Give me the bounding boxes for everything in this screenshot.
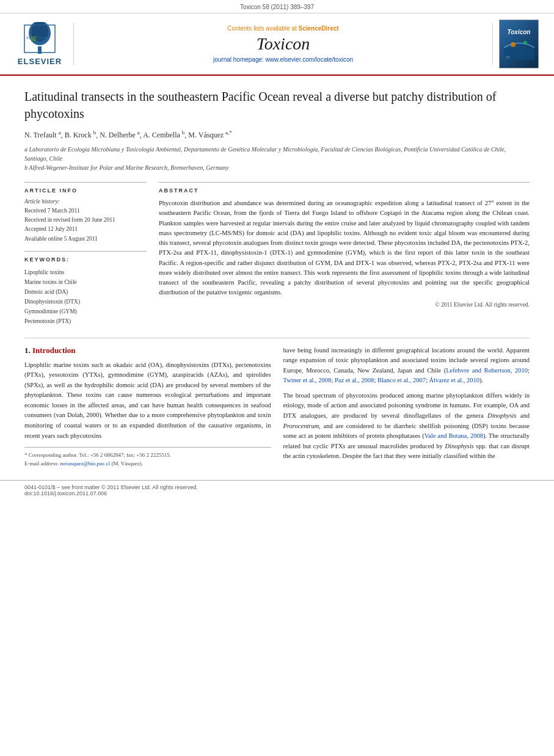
header-center: Contents lists available at ScienceDirec…	[73, 23, 493, 65]
article-title: Latitudinal transects in the southeaster…	[24, 88, 530, 122]
history-label: Article history:	[24, 198, 147, 205]
cover-image-graphic: GT	[504, 35, 534, 60]
article-info-section: ARTICLE INFO Article history: Received 7…	[24, 182, 147, 244]
article-authors: N. Trefault a, B. Krock b, N. Delherbe a…	[24, 129, 530, 140]
available-date: Available online 5 August 2011	[24, 234, 147, 244]
section1-title: 1. Introduction	[24, 346, 271, 355]
ref-paz: Paz et al., 2008	[335, 377, 374, 383]
keywords-heading: Keywords:	[24, 256, 147, 263]
svg-point-8	[523, 41, 527, 45]
ref-lefebvre: Lefebvre and Robertson, 2010	[446, 367, 528, 374]
keyword-marine: Marine toxins in Chile	[24, 277, 147, 287]
bottom-doi: doi:10.1016/j.toxicon.2011.07.006	[24, 490, 107, 496]
genus-dinophysis2: Dinophysis	[445, 443, 473, 449]
section1-para1: Lipophilic marine toxins such as okadaic…	[24, 360, 271, 442]
keyword-gym: Gymnodimine (GYM)	[24, 307, 147, 316]
abstract-heading: ABSTRACT	[159, 187, 530, 194]
elsevier-tree-icon: 🌿 ELSEVIER	[21, 22, 58, 56]
abstract-text: Phycotoxin distribution and abundance wa…	[159, 198, 530, 298]
article-info-abstract-row: ARTICLE INFO Article history: Received 7…	[24, 182, 530, 327]
affiliations: a Laboratorio de Ecología Microbiana y T…	[24, 145, 530, 172]
journal-ref-text: Toxicon 58 (2011) 389–397	[240, 4, 314, 10]
footnote-email: E-mail address: novasquez@bio.puc.cl (M.…	[24, 460, 271, 468]
toxicon-thumbnail: Toxicon GT	[499, 20, 542, 68]
revised-date: Received in revised form 20 June 2011	[24, 216, 147, 225]
footnote-email-link[interactable]: novasquez@bio.puc.cl	[60, 460, 110, 467]
genus-prorocentrum: Prorocentrum	[283, 423, 319, 429]
article-history: Article history: Received 7 March 2011 R…	[24, 198, 147, 244]
section1-para2: have being found increasingly in differe…	[283, 346, 530, 386]
svg-text:GT: GT	[506, 56, 510, 59]
section1-name: Introduction	[32, 346, 76, 355]
elsevier-label: ELSEVIER	[18, 57, 62, 66]
section1-para3: The broad spectrum of phycotoxins produc…	[283, 391, 530, 462]
bottom-issn: 0041-0101/$ – see front matter © 2011 El…	[24, 484, 198, 490]
journal-title: Toxicon	[86, 34, 480, 54]
journal-homepage: journal homepage: www.elsevier.com/locat…	[86, 56, 480, 63]
genus-dinophysis: Dinophysis	[487, 412, 516, 419]
footnote-corresponding: * Corresponding author. Tel.: +56 2 6862…	[24, 451, 271, 460]
ref-blanco: Blanco et al., 2007	[377, 377, 426, 383]
page-wrapper: Toxicon 58 (2011) 389–397 🌿 ELSEVIER ELS…	[0, 0, 554, 500]
ref-twiner: Twiner et al., 2008	[283, 377, 332, 383]
affiliation-a: a Laboratorio de Ecología Microbiana y T…	[24, 145, 530, 163]
sciencedirect-name: ScienceDirect	[299, 25, 339, 32]
elsevier-logo: 🌿 ELSEVIER ELSEVIER	[12, 22, 67, 66]
section1-number: 1.	[24, 346, 31, 355]
abstract-col: ABSTRACT Phycotoxin distribution and abu…	[159, 182, 530, 327]
keyword-da: Domoic acid (DA)	[24, 287, 147, 297]
toxicon-cover-image: Toxicon GT	[499, 20, 539, 68]
article-info-col: ARTICLE INFO Article history: Received 7…	[24, 182, 147, 327]
svg-text:ELSEVIER: ELSEVIER	[26, 35, 46, 40]
authors-text: N. Trefault a, B. Krock b, N. Delherbe a…	[24, 131, 232, 139]
toxicon-cover-title: Toxicon	[508, 29, 531, 35]
sciencedirect-link: Contents lists available at ScienceDirec…	[86, 25, 480, 32]
ref-alvarez: Álvarez et al., 2010	[429, 377, 480, 383]
copyright-line: © 2011 Elsevier Ltd. All rights reserved…	[159, 302, 530, 308]
svg-point-7	[511, 42, 516, 47]
bottom-bar: 0041-0101/$ – see front matter © 2011 El…	[0, 480, 554, 500]
journal-header: 🌿 ELSEVIER ELSEVIER Contents lists avail…	[0, 13, 554, 76]
keywords-section: Keywords: Lipophilic toxins Marine toxin…	[24, 251, 147, 327]
body-col-left: 1. Introduction Lipophilic marine toxins…	[24, 346, 271, 468]
article-content: Latitudinal transects in the southeaster…	[0, 76, 554, 480]
body-col-right: have being found increasingly in differe…	[283, 346, 530, 468]
keyword-lipophilic: Lipophilic toxins	[24, 267, 147, 277]
article-info-heading: ARTICLE INFO	[24, 187, 147, 194]
keyword-dtx: Dinophysistoxin (DTX)	[24, 297, 147, 307]
footnote-section: * Corresponding author. Tel.: +56 2 6862…	[24, 447, 271, 468]
ref-vale: Vale and Botana, 2008	[425, 432, 483, 439]
abstract-section: ABSTRACT Phycotoxin distribution and abu…	[159, 182, 530, 308]
received-date: Received 7 March 2011	[24, 206, 147, 216]
keyword-ptx: Pectenotoxin (PTX)	[24, 316, 147, 326]
body-two-col: 1. Introduction Lipophilic marine toxins…	[24, 346, 530, 468]
homepage-url: www.elsevier.com/locate/toxicon	[266, 56, 353, 63]
sciencedirect-label: Contents lists available at	[227, 25, 296, 32]
body-section: 1. Introduction Lipophilic marine toxins…	[24, 338, 530, 468]
affiliation-b: b Alfred-Wegener-Institute for Polar and…	[24, 163, 530, 172]
homepage-label: journal homepage:	[213, 56, 264, 63]
journal-reference: Toxicon 58 (2011) 389–397	[0, 0, 554, 13]
accepted-date: Accepted 12 July 2011	[24, 225, 147, 234]
